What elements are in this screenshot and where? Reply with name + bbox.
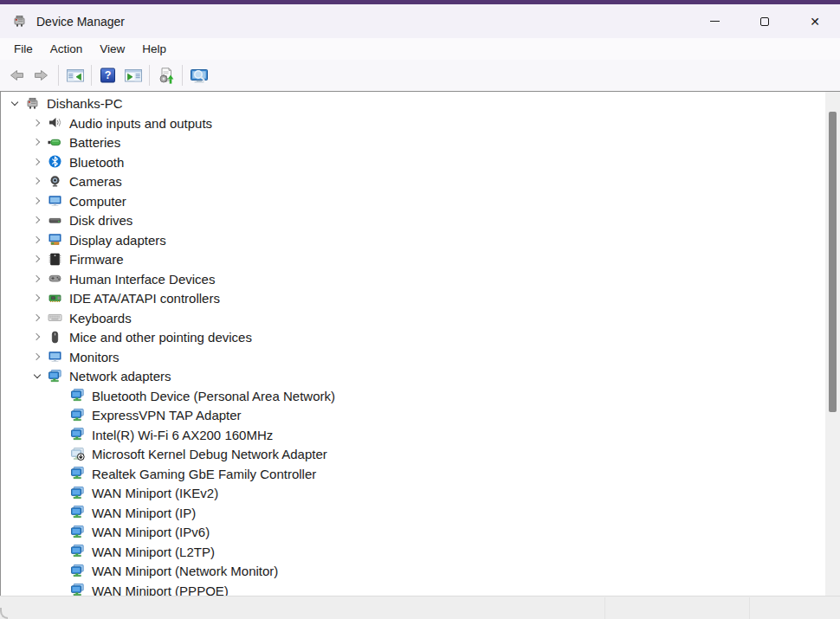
network-icon [69, 525, 86, 539]
tree-item[interactable]: Cameras [1, 171, 825, 191]
battery-icon [47, 135, 63, 150]
vertical-scrollbar[interactable] [825, 92, 840, 596]
tree-item-label: WAN Miniport (L2TP) [92, 544, 215, 559]
tree-item-label: IDE ATA/ATAPI controllers [69, 290, 220, 306]
chevron-placeholder [53, 428, 67, 442]
chevron-down-icon[interactable] [8, 96, 22, 110]
tree-item[interactable]: Microsoft Kernel Debug Network Adapter [1, 444, 825, 464]
tree-item-label: Batteries [69, 134, 120, 150]
tree-item-label: Audio inputs and outputs [69, 115, 212, 131]
audio-icon [47, 115, 63, 130]
chevron-right-icon[interactable] [30, 194, 44, 208]
chevron-right-icon[interactable] [30, 135, 44, 149]
chevron-right-icon[interactable] [30, 155, 44, 169]
chevron-right-icon[interactable] [30, 272, 44, 286]
tree-item[interactable]: Display adapters [1, 230, 825, 250]
chevron-right-icon[interactable] [30, 213, 44, 227]
back-arrow-icon [9, 68, 26, 84]
chevron-right-icon[interactable] [30, 116, 44, 130]
tree-item-label: Firmware [69, 251, 124, 267]
mouse-icon [47, 330, 63, 345]
network-icon [69, 583, 86, 596]
tree-item[interactable]: WAN Miniport (Network Monitor) [1, 561, 825, 581]
toolbar-separator [182, 65, 183, 86]
chevron-right-icon[interactable] [30, 252, 44, 266]
svg-text:?: ? [104, 69, 111, 81]
maximize-icon [760, 17, 769, 26]
tree-item[interactable]: Bluetooth Device (Personal Area Network) [1, 386, 825, 406]
tree-item[interactable]: Dishanks-PC [1, 93, 825, 113]
forward-button[interactable] [29, 63, 55, 87]
device-tree: Dishanks-PCAudio inputs and outputsBatte… [1, 93, 825, 596]
chevron-right-icon[interactable] [30, 350, 44, 364]
chevron-placeholder [53, 486, 67, 500]
tree-item[interactable]: Audio inputs and outputs [1, 113, 825, 133]
tree-item-label: WAN Miniport (Network Monitor) [92, 563, 278, 578]
disk-icon [47, 213, 63, 228]
tree-item-label: Computer [69, 193, 126, 209]
chevron-right-icon[interactable] [30, 174, 44, 188]
tree-item-label: WAN Miniport (IP) [92, 505, 196, 520]
menu-help[interactable]: Help [133, 40, 175, 58]
chevron-placeholder [53, 564, 67, 577]
device-tree-pane: Dishanks-PCAudio inputs and outputsBatte… [0, 92, 840, 596]
tree-item[interactable]: IDE ATA/ATAPI controllers [1, 288, 825, 308]
monitor-icon [47, 349, 63, 364]
tree-item[interactable]: Disk drives [1, 210, 825, 230]
hid-icon [47, 271, 63, 286]
chevron-placeholder [53, 408, 67, 422]
window-title: Device Manager [36, 15, 125, 29]
chevron-placeholder [53, 389, 67, 403]
toolbar-separator [149, 65, 150, 86]
tree-item[interactable]: WAN Miniport (IPv6) [1, 522, 825, 542]
maximize-button[interactable] [740, 4, 790, 38]
taskbar-strip [0, 596, 840, 619]
tree-item[interactable]: Bluetooth [1, 152, 825, 172]
show-action-pane-button[interactable] [120, 63, 145, 87]
tree-item[interactable]: Mice and other pointing devices [1, 327, 825, 347]
keyboard-icon [47, 310, 63, 325]
device-properties-button[interactable] [186, 63, 211, 87]
tree-item-label: Microsoft Kernel Debug Network Adapter [92, 446, 327, 461]
tree-item[interactable]: Monitors [1, 347, 825, 367]
ide-icon [47, 291, 63, 306]
chevron-right-icon[interactable] [30, 311, 44, 325]
tree-item[interactable]: Computer [1, 191, 825, 211]
network-icon [69, 505, 86, 519]
tree-item[interactable]: Batteries [1, 132, 825, 152]
tree-item[interactable]: Firmware [1, 249, 825, 269]
close-button[interactable]: ✕ [790, 4, 840, 38]
titlebar: Device Manager ✕ [0, 4, 840, 38]
tree-item[interactable]: ExpressVPN TAP Adapter [1, 405, 825, 425]
menu-view[interactable]: View [91, 40, 133, 58]
tree-item[interactable]: Keyboards [1, 308, 825, 328]
scan-for-hardware-changes-button[interactable] [153, 63, 178, 87]
chevron-placeholder [53, 506, 67, 519]
computer-system-icon [24, 96, 41, 111]
chevron-right-icon[interactable] [30, 291, 44, 305]
tree-item-label: Disk drives [69, 212, 132, 228]
show-console-tree-button[interactable] [62, 63, 87, 87]
tree-item[interactable]: WAN Miniport (PPPOE) [1, 581, 825, 596]
menu-file[interactable]: File [5, 40, 42, 58]
tree-item[interactable]: WAN Miniport (IP) [1, 503, 825, 523]
back-button[interactable] [4, 63, 29, 87]
chevron-down-icon[interactable] [30, 369, 44, 383]
chevron-right-icon[interactable] [30, 233, 44, 247]
minimize-icon [710, 21, 720, 22]
camera-icon [47, 174, 63, 189]
close-icon: ✕ [810, 16, 820, 28]
tree-item[interactable]: WAN Miniport (IKEv2) [1, 483, 825, 503]
menu-action[interactable]: Action [42, 40, 92, 58]
chevron-right-icon[interactable] [30, 330, 44, 344]
tree-item[interactable]: Human Interface Devices [1, 269, 825, 289]
tree-item[interactable]: Intel(R) Wi-Fi 6 AX200 160MHz [1, 425, 825, 445]
minimize-button[interactable] [689, 4, 740, 38]
toolbar: ? [0, 60, 840, 92]
tree-item[interactable]: WAN Miniport (L2TP) [1, 542, 825, 562]
scrollbar-thumb[interactable] [829, 112, 837, 412]
window-controls: ✕ [689, 4, 840, 38]
tree-item[interactable]: Network adapters [1, 366, 825, 386]
tree-item[interactable]: Realtek Gaming GbE Family Controller [1, 464, 825, 484]
help-button[interactable]: ? [95, 63, 120, 87]
